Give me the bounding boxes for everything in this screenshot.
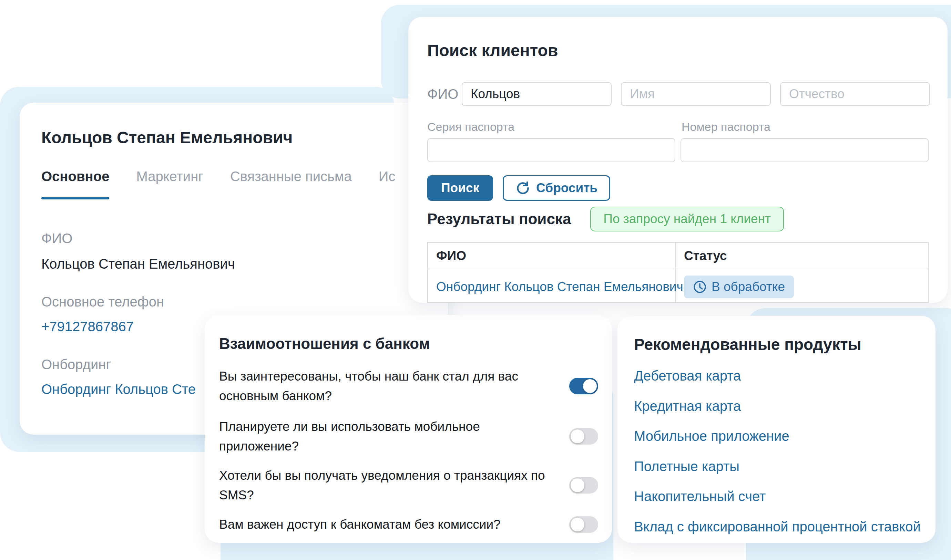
tab-marketing[interactable]: Маркетинг [136,169,203,199]
passport-number-input[interactable] [681,138,929,162]
question-text: Хотели бы вы получать уведомления о тран… [219,466,550,505]
fio-label: ФИО [427,86,462,102]
results-table-header: ФИО Статус [428,243,928,269]
reset-button-label: Сбросить [536,181,598,195]
recommended-products-card: Рекомендованные продукты Дебетовая карта… [618,316,936,543]
question-text: Планируете ли вы использовать мобильное … [219,417,550,456]
fio-inputs-row: ФИО Кольцов Имя Отчество [427,82,939,106]
tab-main[interactable]: Основное [42,169,109,199]
page: Кольцов Степан Емельянович Основное Марк… [0,0,951,560]
field-onboarding-label: Онбординг [42,357,111,372]
field-fio-value-row: Кольцов Степан Емельянович [42,256,235,272]
clock-icon [693,280,707,294]
client-search-card: Поиск клиентов ФИО Кольцов Имя Отчество … [408,17,948,303]
question-toggle[interactable] [569,378,598,394]
table-row: Онбординг Кольцов Степан Емельянович В о… [428,269,928,303]
passport-series-input[interactable] [427,138,675,162]
field-phone-label: Основное телефон [42,294,164,309]
product-link-flight-cards[interactable]: Полетные карты [634,459,740,474]
phone-link[interactable]: +79127867867 [42,319,134,334]
passport-series-label: Серия паспорта [427,120,515,134]
client-tabs: Основное Маркетинг Связанные письма Ис [42,169,395,199]
question-row: Хотели бы вы получать уведомления о тран… [219,463,598,508]
column-header-status: Статус [676,243,928,269]
field-onboarding-value-row: Онбординг Кольцов Сте [42,382,196,397]
results-header-row: Результаты поиска По запросу найден 1 кл… [427,207,784,231]
column-header-fio: ФИО [428,243,676,269]
status-badge-label: В обработке [712,280,785,294]
question-text: Вы заинтересованы, чтобы наш банк стал д… [219,366,550,406]
question-text: Вам важен доступ к банкоматам без комисс… [219,515,501,534]
search-actions-row: Поиск Сбросить [427,175,610,201]
question-row: Вы заинтересованы, чтобы наш банк стал д… [219,363,598,409]
recommended-products-title: Рекомендованные продукты [634,335,862,354]
question-row: Вам важен доступ к банкоматам без комисс… [219,514,598,535]
client-name-title: Кольцов Степан Емельянович [42,128,293,147]
question-toggle[interactable] [569,428,598,445]
refresh-icon [515,180,531,195]
results-table: ФИО Статус Онбординг Кольцов Степан Емел… [427,242,929,303]
toggle-knob [583,379,597,393]
onboarding-link[interactable]: Онбординг Кольцов Сте [42,382,196,397]
product-link-mobile-app[interactable]: Мобильное приложение [634,428,789,444]
field-fio-value: Кольцов Степан Емельянович [42,256,235,272]
tab-related-letters[interactable]: Связанные письма [230,169,352,199]
product-link-savings-account[interactable]: Накопительный счет [634,489,766,504]
reset-button[interactable]: Сбросить [503,175,610,201]
field-fio-label: ФИО [42,231,72,246]
question-toggle[interactable] [569,516,598,533]
bank-relations-title: Взаимоотношения с банком [219,335,430,352]
search-button[interactable]: Поиск [427,175,493,201]
tab-history[interactable]: Ис [379,169,396,199]
product-link-fixed-rate-deposit[interactable]: Вклад с фиксированной процентной ставкой [634,519,921,534]
status-badge: В обработке [684,275,794,298]
field-onboarding: Онбординг [42,357,111,372]
field-phone: Основное телефон [42,294,164,309]
toggle-knob [570,429,584,443]
results-count-badge: По запросу найден 1 клиент [590,207,784,231]
client-search-title: Поиск клиентов [427,41,558,60]
product-link-debit-card[interactable]: Дебетовая карта [634,368,741,384]
field-fio: ФИО [42,231,72,246]
result-onboarding-link[interactable]: Онбординг Кольцов Степан Емельянович [436,280,683,294]
surname-input[interactable]: Кольцов [462,82,612,106]
field-phone-value-row: +79127867867 [42,319,134,334]
bank-relations-card: Взаимоотношения с банком Вы заинтересова… [205,315,612,543]
name-input[interactable]: Имя [621,82,771,106]
passport-number-label: Номер паспорта [681,120,771,134]
patronymic-input[interactable]: Отчество [780,82,930,106]
question-row: Планируете ли вы использовать мобильное … [219,414,598,459]
toggle-knob [570,518,584,531]
toggle-knob [570,478,584,492]
results-title: Результаты поиска [427,211,571,228]
product-link-credit-card[interactable]: Кредитная карта [634,398,741,414]
question-toggle[interactable] [569,477,598,494]
